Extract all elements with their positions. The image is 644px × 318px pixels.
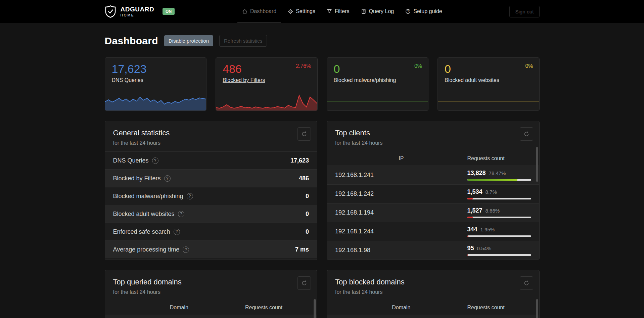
column-header-domain: Domain (113, 305, 245, 311)
card-title: Top blocked domains (335, 278, 531, 286)
client-ip[interactable]: 192.168.1.242 (335, 190, 467, 197)
client-ip[interactable]: 192.168.1.98 (335, 247, 467, 254)
table-header: Domain Requests count (327, 301, 539, 315)
refresh-icon (523, 131, 530, 137)
card-title: Top queried domains (113, 278, 309, 286)
svg-text:?: ? (407, 10, 409, 13)
request-count: 344 (467, 226, 477, 233)
column-header-requests: Requests count (245, 305, 309, 311)
nav-dashboard[interactable]: Dashboard (237, 0, 281, 23)
progress-bar (467, 254, 531, 256)
nav-filters[interactable]: Filters (322, 0, 354, 23)
help-icon[interactable]: ? (164, 175, 171, 182)
row-label: Enforced safe search (113, 228, 170, 235)
progress-bar (467, 235, 531, 237)
table-row: 192.168.1.242 1,5348.7% (327, 184, 539, 203)
nav-settings[interactable]: Settings (283, 0, 320, 23)
help-icon[interactable]: ? (152, 157, 158, 164)
home-icon (242, 9, 247, 14)
protection-on-badge: ON (163, 8, 175, 15)
sign-out-button[interactable]: Sign out (509, 6, 539, 17)
nav-label: Filters (335, 8, 350, 14)
refresh-card-button[interactable] (520, 127, 533, 141)
help-icon[interactable]: ? (174, 229, 180, 235)
request-percent: 8.7% (486, 189, 497, 195)
refresh-card-button[interactable] (520, 276, 533, 290)
nav-label: Settings (296, 8, 315, 14)
scrollbar-thumb[interactable] (314, 299, 316, 318)
client-ip[interactable]: 192.168.1.241 (335, 172, 467, 179)
stat-cards: 17,623 DNS Queries 486 2.76% Blocked by … (105, 57, 540, 111)
filter-funnel-icon (327, 9, 332, 14)
request-percent: 8.66% (486, 208, 500, 214)
row-value: 486 (299, 175, 309, 182)
refresh-icon (301, 131, 307, 137)
brand-text: ADGUARD HOME (121, 6, 154, 17)
document-icon (361, 9, 366, 14)
stat-row: DNS Queries? 17,623 (105, 151, 317, 169)
scrollbar-thumb[interactable] (536, 299, 538, 318)
row-label: DNS Queries (113, 157, 149, 164)
request-percent: 78.47% (489, 170, 506, 176)
card-subtitle: for the last 24 hours (335, 140, 531, 146)
table-row: 192.168.1.241 13,82878.47% (327, 166, 539, 184)
nav-query-log[interactable]: Query Log (356, 0, 399, 23)
stat-label: Blocked malware/phishing (334, 77, 396, 83)
table-row: 192.168.1.194 1,5278.66% (327, 203, 539, 222)
refresh-card-button[interactable] (297, 276, 311, 290)
column-header-requests: Requests count (467, 155, 531, 162)
help-icon[interactable]: ? (183, 246, 189, 253)
dashboard-page: Dashboard Disable protection Refresh sta… (105, 35, 540, 318)
stat-percent: 0% (525, 63, 533, 69)
stat-percent: 0% (414, 63, 422, 69)
table-row: api.entur.io 5,45030.93% (105, 315, 317, 318)
stat-value: 0 (334, 62, 422, 76)
dns-queries-sparkline (105, 92, 206, 110)
table-row: vortex.data.microsoft.com 9519.55% (327, 315, 539, 318)
card-title: General statistics (113, 129, 309, 137)
stat-card-dns-queries: 17,623 DNS Queries (105, 57, 207, 111)
request-count: 1,527 (467, 207, 482, 214)
refresh-card-button[interactable] (297, 127, 311, 141)
stat-card-blocked-by-filters: 486 2.76% Blocked by Filters (216, 57, 318, 111)
client-ip[interactable]: 192.168.1.194 (335, 209, 467, 216)
row-label: Blocked by Filters (113, 175, 161, 182)
table-header: IP Requests count (327, 151, 539, 166)
progress-bar (467, 198, 531, 199)
nav-label: Setup guide (413, 8, 442, 14)
client-ip[interactable]: 192.168.1.244 (335, 228, 467, 235)
blocked-by-filters-link[interactable]: Blocked by Filters (223, 77, 265, 83)
stat-row: Enforced safe search? 0 (105, 223, 317, 240)
refresh-statistics-button[interactable]: Refresh statistics (219, 35, 267, 47)
top-blocked-table: vortex.data.microsoft.com 9519.55% (327, 315, 539, 318)
scrollbar-thumb[interactable] (536, 147, 538, 182)
refresh-icon (301, 280, 307, 286)
disable-protection-button[interactable]: Disable protection (164, 35, 213, 46)
nav-label: Dashboard (250, 8, 276, 14)
gear-icon (288, 9, 293, 14)
nav-setup-guide[interactable]: ? Setup guide (401, 0, 447, 23)
request-count: 1,534 (467, 188, 482, 195)
stat-value: 17,623 (112, 62, 200, 76)
row-value: 0 (306, 211, 309, 218)
blocked-filters-sparkline (216, 92, 317, 110)
help-circle-icon: ? (405, 9, 411, 14)
top-queried-domains-card: Top queried domains for the last 24 hour… (105, 270, 318, 318)
general-statistics-rows: DNS Queries? 17,623 Blocked by Filters? … (105, 151, 317, 258)
row-label: Average processing time (113, 246, 180, 253)
main-nav: Dashboard Settings Filters Query Log (175, 0, 509, 23)
row-value: 17,623 (290, 157, 309, 164)
progress-bar (467, 179, 531, 181)
column-header-ip: IP (335, 155, 467, 162)
help-icon[interactable]: ? (178, 211, 184, 217)
request-count: 95 (467, 245, 474, 252)
request-percent: 1.95% (480, 227, 495, 232)
stat-row: Blocked by Filters? 486 (105, 169, 317, 187)
column-header-domain: Domain (335, 305, 467, 311)
help-icon[interactable]: ? (187, 193, 193, 199)
top-clients-table: 192.168.1.241 13,82878.47% 192.168.1.242… (327, 166, 539, 260)
stat-percent: 2.76% (296, 63, 311, 69)
request-percent: 0.54% (477, 245, 492, 251)
row-label: Blocked malware/phishing (113, 193, 183, 200)
top-clients-card: Top clients for the last 24 hours IP Req… (327, 121, 540, 260)
